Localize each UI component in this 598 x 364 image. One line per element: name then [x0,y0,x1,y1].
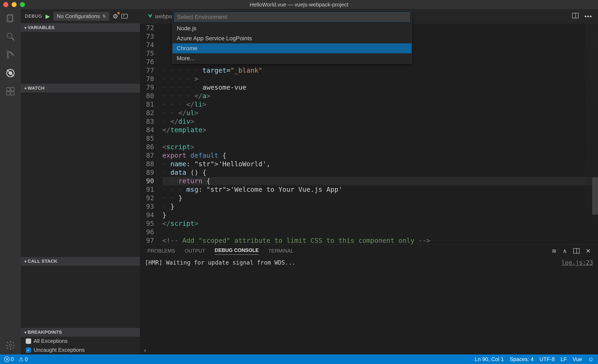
warning-icon: ⚠ [19,356,24,363]
status-errors[interactable]: ✕0 [4,356,14,363]
svg-rect-10 [7,88,10,91]
filter-icon[interactable]: ≋ [552,248,556,254]
collapse-panel-icon[interactable]: ∧ [563,248,567,254]
checkbox-checked-icon[interactable]: ✓ [26,348,31,353]
section-breakpoints-body: All Exceptions ✓ Uncaught Exceptions [21,337,140,355]
search-icon[interactable] [5,32,15,41]
breakpoint-all-exceptions[interactable]: All Exceptions [21,337,140,346]
status-language[interactable]: Vue [573,356,582,363]
panel-tabs: PROBLEMS OUTPUT DEBUG CONSOLE TERMINAL ≋… [140,245,598,257]
breakpoint-uncaught-exceptions[interactable]: ✓ Uncaught Exceptions [21,346,140,355]
debug-toolbar: DEBUG ▶ No Configurations ⇅ ⚙ [21,9,140,23]
editor-actions: ••• [572,13,595,20]
environment-option[interactable]: Node.js [173,24,412,33]
console-source-link[interactable]: log.js:23 [561,259,593,266]
console-log-line: [HMR] Waiting for update signal from WDS… [145,259,295,266]
status-cursor[interactable]: Ln 90, Col 1 [475,356,504,363]
status-encoding[interactable]: UTF-8 [540,356,555,363]
maximize-window[interactable] [20,2,25,7]
environment-option[interactable]: More... [173,53,412,63]
bottom-panel: PROBLEMS OUTPUT DEBUG CONSOLE TERMINAL ≋… [140,244,598,355]
environment-list: Node.jsAzure App Service LogPointsChrome… [173,24,412,63]
section-watch-header[interactable]: WATCH [21,84,140,93]
prompt-icon: › [144,347,146,354]
svg-rect-13 [11,92,14,95]
debug-console-input[interactable]: › [140,346,598,355]
tab-filename: webpa [155,13,172,20]
svg-point-2 [7,33,12,38]
debug-console-toggle[interactable] [121,14,128,18]
breakpoint-label: Uncaught Exceptions [34,347,85,353]
panel-actions: ≋ ∧ ✕ [552,248,590,254]
section-variables-header[interactable]: VARIABLES [21,23,140,32]
explorer-icon[interactable] [5,13,15,23]
close-panel-icon[interactable]: ✕ [586,248,590,254]
section-callstack-header[interactable]: CALL STACK [21,257,140,266]
vue-file-icon [147,14,153,19]
titlebar: HelloWorld.vue — vuejs-webpack-project [0,0,598,9]
debug-view-label: DEBUG [25,14,42,19]
editor-tab-active[interactable]: webpa [143,9,176,24]
panel-tab-terminal[interactable]: TERMINAL [268,248,293,254]
more-actions-icon[interactable]: ••• [584,13,592,20]
section-watch-body [21,93,140,257]
checkbox-unchecked-icon[interactable] [26,339,31,344]
environment-dropdown: Node.jsAzure App Service LogPointsChrome… [172,10,412,64]
section-callstack-body [21,266,140,328]
debug-sidebar: DEBUG ▶ No Configurations ⇅ ⚙ VARIABLES … [21,9,140,355]
line-gutter: 7273747576777879808182838485868788899091… [140,24,160,244]
start-debug-button[interactable]: ▶ [45,13,50,20]
status-warnings[interactable]: ⚠0 [19,356,28,363]
svg-point-14 [9,344,12,347]
panel-tab-debug-console[interactable]: DEBUG CONSOLE [215,247,259,255]
section-breakpoints-header[interactable]: BREAKPOINTS [21,328,140,337]
settings-icon[interactable] [5,340,15,350]
section-variables-body [21,32,140,84]
window-title: HelloWorld.vue — vuejs-webpack-project [250,1,349,8]
panel-tab-problems[interactable]: PROBLEMS [147,248,175,254]
split-editor-icon[interactable] [572,13,579,18]
debug-config-select[interactable]: No Configurations ⇅ [53,12,109,21]
environment-option[interactable]: Chrome [173,43,412,53]
environment-input[interactable] [174,12,410,22]
breakpoint-label: All Exceptions [34,338,67,344]
minimize-window[interactable] [12,2,17,7]
feedback-icon[interactable]: ☺ [588,356,594,363]
extensions-icon[interactable] [5,86,15,96]
panel-tab-output[interactable]: OUTPUT [185,248,205,254]
source-control-icon[interactable] [5,50,15,60]
svg-rect-12 [7,92,10,95]
activity-bar [0,9,21,355]
maximize-panel-icon[interactable] [573,248,580,254]
debug-console-output[interactable]: [HMR] Waiting for update signal from WDS… [140,257,598,346]
environment-option[interactable]: Azure App Service LogPoints [173,33,412,43]
debug-settings-button[interactable]: ⚙ [113,13,118,20]
svg-point-5 [7,57,9,59]
vertical-scrollbar[interactable] [592,177,598,215]
status-eol[interactable]: LF [561,356,567,363]
close-window[interactable] [3,2,8,7]
statusbar: ✕0 ⚠0 Ln 90, Col 1 Spaces: 4 UTF-8 LF Vu… [0,355,598,364]
debug-config-label: No Configurations [57,13,100,19]
svg-line-3 [12,38,14,40]
svg-line-9 [7,70,14,76]
svg-rect-11 [11,88,14,91]
debug-icon[interactable] [5,68,15,78]
status-spaces[interactable]: Spaces: 4 [510,356,534,363]
error-icon: ✕ [4,356,9,362]
svg-point-4 [7,51,9,53]
select-arrows-icon: ⇅ [102,14,106,19]
window-controls [3,2,25,7]
